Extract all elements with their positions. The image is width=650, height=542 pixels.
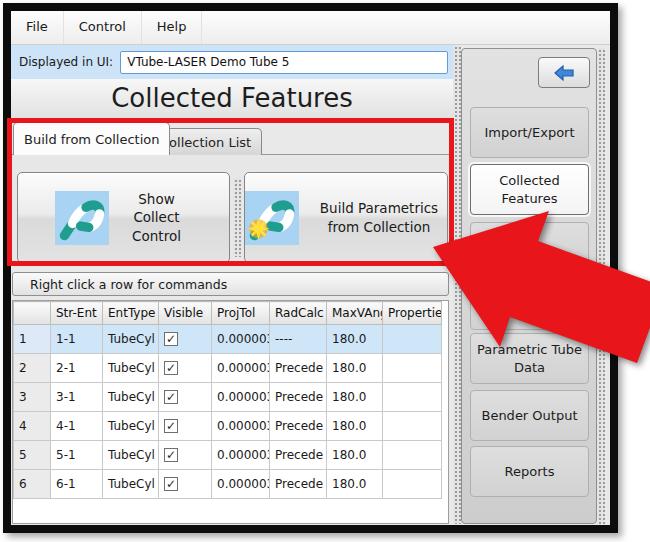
ent-type-cell: TubeCyl bbox=[103, 383, 159, 412]
features-table-wrap: Str-EntEntTypeVisibleProjTolRadCalcMaxVA… bbox=[12, 300, 449, 524]
visible-checkbox[interactable] bbox=[164, 419, 178, 433]
max-v-ang-cell: 180.0 bbox=[327, 441, 383, 470]
rad-calc-cell: Precede bbox=[270, 412, 327, 441]
menubar: FileControlHelp bbox=[11, 11, 610, 45]
menu-item-file[interactable]: File bbox=[11, 11, 64, 44]
sidebar-item-hidden[interactable] bbox=[470, 279, 589, 330]
row-number-cell: 5 bbox=[14, 441, 51, 470]
displayed-in-ui-label: Displayed in UI: bbox=[19, 55, 113, 69]
column-header-RadCalc[interactable]: RadCalc bbox=[270, 302, 327, 325]
highlight-rectangle bbox=[7, 118, 454, 266]
column-header-num[interactable] bbox=[14, 302, 51, 325]
proj-tol-cell: 0.000003 bbox=[212, 383, 270, 412]
row-number-cell: 4 bbox=[14, 412, 51, 441]
table-row[interactable]: 11-1TubeCyl0.000003----180.0 bbox=[14, 325, 442, 354]
panel-splitter-gripper[interactable] bbox=[453, 45, 461, 524]
app-window: FileControlHelp Displayed in UI: Collect… bbox=[3, 3, 618, 533]
properties-cell bbox=[383, 354, 442, 383]
str-ent-cell: 4-1 bbox=[51, 412, 103, 441]
properties-cell bbox=[383, 470, 442, 499]
visible-checkbox[interactable] bbox=[164, 332, 178, 346]
proj-tol-cell: 0.000003 bbox=[212, 441, 270, 470]
visible-cell bbox=[159, 325, 212, 354]
proj-tol-cell: 0.000003 bbox=[212, 412, 270, 441]
sidebar-item-parametric-tube-data[interactable]: Parametric Tube Data bbox=[470, 333, 589, 384]
table-row[interactable]: 44-1TubeCyl0.000003Precede180.0 bbox=[14, 412, 442, 441]
ent-type-cell: TubeCyl bbox=[103, 325, 159, 354]
max-v-ang-cell: 180.0 bbox=[327, 412, 383, 441]
sidebar-item-collected-features[interactable]: Collected Features bbox=[470, 164, 589, 215]
max-v-ang-cell: 180.0 bbox=[327, 383, 383, 412]
max-v-ang-cell: 180.0 bbox=[327, 470, 383, 499]
ent-type-cell: TubeCyl bbox=[103, 354, 159, 383]
visible-cell bbox=[159, 383, 212, 412]
displayed-in-ui-bar: Displayed in UI: bbox=[11, 45, 453, 79]
visible-checkbox[interactable] bbox=[164, 477, 178, 491]
menu-item-help[interactable]: Help bbox=[142, 11, 203, 44]
visible-checkbox[interactable] bbox=[164, 448, 178, 462]
properties-cell bbox=[383, 325, 442, 354]
visible-cell bbox=[159, 441, 212, 470]
proj-tol-cell: 0.000003 bbox=[212, 325, 270, 354]
displayed-in-ui-input[interactable] bbox=[120, 51, 448, 74]
sidebar-item-import-export[interactable]: Import/Export bbox=[470, 107, 589, 158]
table-row[interactable]: 66-1TubeCyl0.000003Precede180.0 bbox=[14, 470, 442, 499]
ent-type-cell: TubeCyl bbox=[103, 441, 159, 470]
proj-tol-cell: 0.000003 bbox=[212, 470, 270, 499]
str-ent-cell: 2-1 bbox=[51, 354, 103, 383]
sidebar-item-reports[interactable]: Reports bbox=[470, 446, 589, 497]
rad-calc-cell: Precede bbox=[270, 354, 327, 383]
visible-cell bbox=[159, 470, 212, 499]
features-table: Str-EntEntTypeVisibleProjTolRadCalcMaxVA… bbox=[13, 301, 442, 499]
rad-calc-cell: ---- bbox=[270, 325, 327, 354]
column-header-ProjTol[interactable]: ProjTol bbox=[212, 302, 270, 325]
ent-type-cell: TubeCyl bbox=[103, 470, 159, 499]
visible-checkbox[interactable] bbox=[164, 361, 178, 375]
table-row[interactable]: 33-1TubeCyl0.000003Precede180.0 bbox=[14, 383, 442, 412]
page-title: Collected Features bbox=[11, 79, 453, 113]
row-number-cell: 2 bbox=[14, 354, 51, 383]
str-ent-cell: 1-1 bbox=[51, 325, 103, 354]
properties-cell bbox=[383, 383, 442, 412]
visible-cell bbox=[159, 412, 212, 441]
rad-calc-cell: Precede bbox=[270, 470, 327, 499]
sidebar-item-bender-output[interactable]: Bender Output bbox=[470, 390, 589, 441]
navigation-sidebar: Import/ExportCollected FeaturesConParame… bbox=[461, 48, 597, 524]
table-header-row: Str-EntEntTypeVisibleProjTolRadCalcMaxVA… bbox=[14, 302, 442, 325]
rad-calc-cell: Precede bbox=[270, 383, 327, 412]
column-header-EntType[interactable]: EntType bbox=[103, 302, 159, 325]
visible-checkbox[interactable] bbox=[164, 390, 178, 404]
table-row[interactable]: 55-1TubeCyl0.000003Precede180.0 bbox=[14, 441, 442, 470]
column-header-Str-Ent[interactable]: Str-Ent bbox=[51, 302, 103, 325]
str-ent-cell: 3-1 bbox=[51, 383, 103, 412]
max-v-ang-cell: 180.0 bbox=[327, 325, 383, 354]
str-ent-cell: 6-1 bbox=[51, 470, 103, 499]
table-body: 11-1TubeCyl0.000003----180.022-1TubeCyl0… bbox=[14, 325, 442, 499]
properties-cell bbox=[383, 441, 442, 470]
row-number-cell: 3 bbox=[14, 383, 51, 412]
sidebar-right-gripper[interactable] bbox=[597, 48, 605, 524]
row-number-cell: 1 bbox=[14, 325, 51, 354]
menu-item-control[interactable]: Control bbox=[64, 11, 142, 44]
right-click-hint-label: Right click a row for commands bbox=[30, 277, 227, 292]
column-header-Propertie[interactable]: Propertie bbox=[383, 302, 442, 325]
column-header-MaxVAng[interactable]: MaxVAng bbox=[327, 302, 383, 325]
properties-cell bbox=[383, 412, 442, 441]
window-content: FileControlHelp Displayed in UI: Collect… bbox=[11, 11, 610, 525]
ent-type-cell: TubeCyl bbox=[103, 412, 159, 441]
column-header-Visible[interactable]: Visible bbox=[159, 302, 212, 325]
rad-calc-cell: Precede bbox=[270, 441, 327, 470]
max-v-ang-cell: 180.0 bbox=[327, 354, 383, 383]
back-arrow-icon bbox=[553, 64, 575, 82]
proj-tol-cell: 0.000003 bbox=[212, 354, 270, 383]
right-click-hint-bar[interactable]: Right click a row for commands bbox=[12, 272, 449, 296]
sidebar-item-con[interactable]: Con bbox=[470, 222, 589, 273]
visible-cell bbox=[159, 354, 212, 383]
table-row[interactable]: 22-1TubeCyl0.000003Precede180.0 bbox=[14, 354, 442, 383]
back-button[interactable] bbox=[538, 57, 590, 88]
title-area: Collected Features bbox=[11, 79, 453, 120]
str-ent-cell: 5-1 bbox=[51, 441, 103, 470]
row-number-cell: 6 bbox=[14, 470, 51, 499]
